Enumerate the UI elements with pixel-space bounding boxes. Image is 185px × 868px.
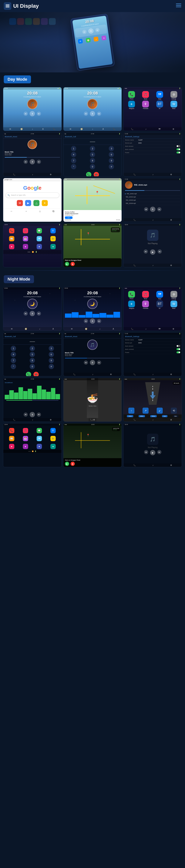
dial-hash[interactable]: # [109, 164, 114, 169]
prev-track-btn-1[interactable]: ⏮ [24, 112, 28, 116]
night-end-call-btn[interactable]: 📵 [33, 372, 39, 376]
not-playing-controls[interactable]: ⏮ ▶ ⏭ [124, 248, 182, 256]
night-waze-app[interactable]: W Waze [167, 301, 180, 309]
night-np-controls[interactable]: ⏮ ▶ ⏭ [144, 450, 161, 455]
track-row-1[interactable]: ▶ 华乐_20191.mp3 [125, 192, 180, 195]
night-phone-app[interactable]: 📞 Phone [125, 291, 138, 300]
night-np-play[interactable]: ▶ [150, 450, 155, 455]
night-next-1[interactable]: ⏭ [37, 311, 41, 316]
night-waze-play[interactable]: ▶ [65, 462, 69, 466]
night-np-next[interactable]: ⏭ [157, 450, 161, 454]
wp-btn-5[interactable]: 2km [173, 415, 178, 417]
np-next[interactable]: ⏭ [157, 207, 161, 211]
gmail-icon[interactable]: M [17, 200, 23, 206]
go-button[interactable]: GO [65, 216, 73, 219]
night-cp-maps2[interactable]: 🗺 [36, 436, 42, 441]
night-next-2[interactable]: ⏭ [97, 319, 101, 323]
cp-app3-4[interactable]: ● [50, 244, 56, 249]
track-row-4[interactable]: 华乐_20194.mp3 [125, 202, 180, 205]
cp-app3-3[interactable]: ● [36, 244, 42, 249]
photos-icon[interactable]: ✦ [42, 200, 48, 206]
night-bt-controls[interactable]: ⏮ ⏸ ⏭ [63, 359, 122, 366]
play-pause-btn-1[interactable]: ⏸ [30, 111, 35, 116]
night-cp-cal[interactable]: 📅 [23, 436, 28, 441]
road-btn-2[interactable]: ↗ [142, 408, 149, 414]
night-auto-connect-toggle[interactable] [177, 348, 180, 350]
night-cp-a4[interactable]: ● [50, 444, 56, 449]
night-dial-7[interactable]: 7 [11, 358, 16, 363]
np-play[interactable]: ⏸ [150, 207, 155, 212]
np2-play[interactable]: ▶ [150, 249, 155, 255]
dial-5[interactable]: 5 [90, 152, 95, 157]
dial-0[interactable]: 0 [90, 164, 95, 169]
wave-controls[interactable]: ⏮ ⏸ ⏭ [3, 411, 61, 418]
night-waze-stop[interactable]: ■ [71, 462, 75, 466]
night-dial-6[interactable]: 6 [49, 352, 54, 357]
night-auto-answer-toggle[interactable] [177, 345, 180, 347]
cp-itunes-icon[interactable]: 🎶 [50, 236, 56, 241]
night-play-2[interactable]: ⏸ [90, 318, 95, 324]
end-call-button[interactable]: 📵 [94, 172, 99, 176]
track-row-3[interactable]: 华乐_20193.mp3 [125, 199, 180, 202]
google-forward-icon[interactable]: → [25, 210, 27, 213]
night-bt-play[interactable]: ⏸ [90, 360, 95, 365]
night-power-toggle[interactable] [177, 351, 180, 353]
night-bt-app[interactable]: BT BT [153, 301, 166, 309]
dial-star[interactable]: * [71, 164, 76, 169]
drive-icon[interactable]: △ [33, 200, 39, 206]
waze-stop-btn[interactable]: ■ [71, 262, 75, 266]
night-dial-0[interactable]: 0 [30, 364, 35, 369]
night-cp-a2[interactable]: ● [23, 444, 28, 449]
night-maps-app[interactable]: 🗺 Maps [153, 291, 166, 300]
night-dial-star[interactable]: * [11, 364, 16, 369]
night-call-btn[interactable]: 📞 [26, 372, 31, 376]
dial-7[interactable]: 7 [71, 158, 76, 163]
carplay-bt-app[interactable]: BT BT [153, 101, 166, 109]
road-btn-3[interactable]: ↙ [157, 408, 163, 414]
youtube-icon[interactable]: ▶ [25, 200, 31, 206]
dial-1[interactable]: 1 [71, 146, 76, 151]
night-cp-news[interactable]: 📰 [9, 436, 14, 441]
cp-calendar-icon[interactable]: 📅 [23, 236, 28, 241]
night-bt-next[interactable]: ⏭ [97, 361, 101, 365]
prev-btn[interactable]: ⏮ [82, 30, 87, 34]
bt-play-btn[interactable]: ⏸ [30, 159, 35, 164]
night-telegram-app[interactable]: ✈ Telegram [125, 301, 138, 309]
road-btn-4[interactable]: ⟲ [171, 408, 177, 414]
dial-4[interactable]: 4 [71, 152, 76, 157]
cp-maps-icon[interactable]: 🗺 [36, 236, 42, 241]
night-dial-8[interactable]: 8 [30, 358, 35, 363]
night-dial-3[interactable]: 3 [49, 346, 54, 351]
carplay-settings-app[interactable]: ⚙ Settings [167, 91, 180, 99]
cp-music-icon[interactable]: 🎵 [23, 228, 28, 234]
power-toggle[interactable] [177, 152, 180, 153]
wave-prev[interactable]: ⏮ [24, 412, 28, 417]
carplay-maps-app[interactable]: 🗺 Maps [153, 91, 166, 99]
dial-3[interactable]: 3 [109, 146, 114, 151]
bt-player-controls[interactable]: ⏮ ⏸ ⏭ [3, 158, 61, 165]
night-settings-app[interactable]: ⚙ Settings [167, 291, 180, 300]
night-dial-5[interactable]: 5 [30, 352, 35, 357]
night-np-prev[interactable]: ⏮ [144, 450, 148, 454]
menu-icon[interactable] [176, 4, 181, 8]
carplay-telegram-app[interactable]: ✈ Telegram [125, 101, 138, 109]
wp-btn-2[interactable]: 200m [138, 415, 145, 417]
map-area[interactable]: 📍 [63, 180, 122, 210]
cp-news-icon[interactable]: 📰 [9, 236, 14, 241]
next-track-btn-1[interactable]: ⏭ [37, 112, 41, 116]
night-dial-hash[interactable]: # [49, 364, 54, 369]
cp-app3-2[interactable]: ● [23, 244, 28, 249]
night-controls-1[interactable]: ⏮ ⏸ ⏭ [3, 310, 61, 317]
player-controls-2[interactable]: ⏮ ⏸ ⏭ [63, 110, 122, 117]
google-home-icon[interactable]: ⌂ [39, 210, 41, 213]
dial-9[interactable]: 9 [109, 158, 114, 163]
night-cp-a1[interactable]: ● [9, 444, 14, 449]
bt-next-btn[interactable]: ⏭ [37, 160, 41, 164]
cp-podcast-icon[interactable]: 🎙 [50, 228, 56, 234]
wave-play[interactable]: ⏸ [30, 412, 35, 417]
track-row-2[interactable]: 华乐_20192.mp3 [125, 195, 180, 199]
carplay-waze-app[interactable]: W Waze [167, 101, 180, 109]
night-cp-a3[interactable]: ● [36, 444, 42, 449]
player-controls-1[interactable]: ⏮ ⏸ ⏭ [3, 110, 61, 117]
next-btn[interactable]: ⏭ [95, 28, 100, 32]
